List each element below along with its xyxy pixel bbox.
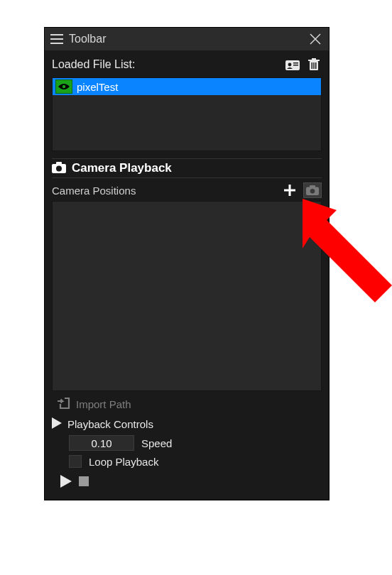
svg-rect-0 [50,34,63,35]
file-list-item[interactable]: pixelTest [53,78,321,95]
snapshot-button[interactable] [303,182,322,198]
svg-point-6 [288,63,292,67]
svg-rect-10 [308,60,320,61]
play-icon [52,417,62,431]
svg-point-15 [62,85,65,88]
svg-rect-14 [315,62,317,69]
file-list-label: Loaded File List: [52,58,279,71]
file-list[interactable]: pixelTest [52,77,322,151]
panel-title: Toolbar [69,33,302,45]
svg-rect-12 [312,62,313,69]
loop-row: Loop Playback [52,452,322,471]
svg-rect-13 [313,62,315,69]
svg-rect-17 [56,162,62,165]
svg-rect-2 [50,43,63,44]
svg-point-18 [56,165,62,171]
import-path-button[interactable]: Import Path [52,391,322,415]
id-card-icon[interactable] [285,57,300,72]
file-name: pixelTest [77,81,118,93]
svg-marker-25 [60,475,72,488]
camera-playback-header: Camera Playback [52,158,322,178]
import-icon [58,397,70,412]
file-list-header: Loaded File List: [52,55,322,75]
trash-icon[interactable] [306,57,322,72]
playback-controls-header: Playback Controls [52,415,322,434]
eye-icon[interactable] [55,80,72,94]
speed-row: Speed [52,434,322,452]
panel-body: Loaded File List: pixelTest Camera Playb… [45,50,329,500]
svg-point-23 [310,189,315,194]
close-icon[interactable] [307,31,323,47]
playback-controls-label: Playback Controls [67,418,153,430]
loop-checkbox[interactable] [69,455,82,468]
svg-marker-24 [52,417,62,429]
panel-header: Toolbar [45,28,329,50]
camera-playback-title: Camera Playback [72,161,172,175]
loop-label: Loop Playback [89,456,158,468]
svg-rect-7 [293,62,298,64]
toolbar-panel: Toolbar Loaded File List: pixelTest [44,27,330,500]
play-button[interactable] [60,475,72,490]
speed-input[interactable] [69,435,134,451]
import-path-label: Import Path [76,398,131,410]
add-position-button[interactable] [282,182,298,198]
speed-label: Speed [141,437,172,449]
svg-rect-8 [293,65,298,66]
camera-positions-list[interactable] [52,201,322,391]
svg-rect-11 [312,58,316,60]
menu-icon[interactable] [50,34,63,44]
camera-icon [52,162,66,175]
transport-controls [52,471,322,491]
svg-rect-20 [284,190,295,192]
svg-rect-22 [310,185,315,188]
svg-rect-1 [50,38,63,40]
svg-rect-26 [79,476,89,486]
camera-positions-header: Camera Positions [52,178,322,201]
stop-button[interactable] [79,476,89,488]
camera-positions-label: Camera Positions [52,185,276,197]
